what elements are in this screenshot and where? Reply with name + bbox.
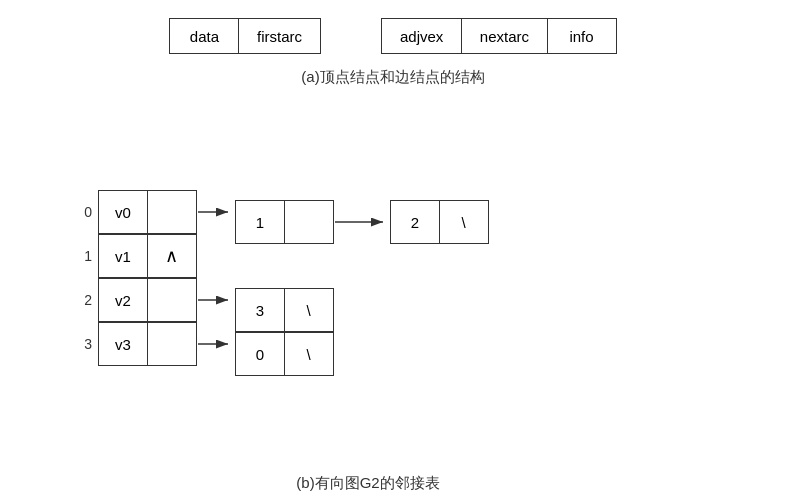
arc0b-nextarc: \ bbox=[439, 200, 489, 244]
section-b: 0 v0 1 v1 ∧ 2 v2 3 v3 1 2 \ bbox=[0, 170, 786, 503]
firstarc-cell: firstarc bbox=[238, 18, 321, 54]
vertex-row-1: 1 v1 ∧ bbox=[70, 234, 197, 278]
index-3: 3 bbox=[70, 336, 92, 352]
v1-cell: v1 bbox=[98, 234, 148, 278]
v1-ptr: ∧ bbox=[147, 234, 197, 278]
adjvex-cell: adjvex bbox=[381, 18, 462, 54]
arc-node-0a: 1 bbox=[235, 200, 334, 244]
arc-node-0b: 2 \ bbox=[390, 200, 489, 244]
arc-node-3a: 0 \ bbox=[235, 332, 334, 376]
vertex-list: 0 v0 1 v1 ∧ 2 v2 3 v3 bbox=[70, 190, 197, 366]
v3-cell: v3 bbox=[98, 322, 148, 366]
section-a: data firstarc adjvex nextarc info (a)顶点结… bbox=[0, 18, 786, 87]
vertex-row-2: 2 v2 bbox=[70, 278, 197, 322]
arc-node-2a: 3 \ bbox=[235, 288, 334, 332]
info-cell: info bbox=[547, 18, 617, 54]
section-b-label: (b)有向图G2的邻接表 bbox=[0, 474, 736, 493]
v3-ptr bbox=[147, 322, 197, 366]
vertex-row-0: 0 v0 bbox=[70, 190, 197, 234]
arc3a-adjvex: 0 bbox=[235, 332, 285, 376]
v2-cell: v2 bbox=[98, 278, 148, 322]
v0-cell: v0 bbox=[98, 190, 148, 234]
arc0a-adjvex: 1 bbox=[235, 200, 285, 244]
index-1: 1 bbox=[70, 248, 92, 264]
v2-ptr bbox=[147, 278, 197, 322]
nextarc-cell: nextarc bbox=[461, 18, 548, 54]
vertex-row-3: 3 v3 bbox=[70, 322, 197, 366]
arc3a-nextarc: \ bbox=[284, 332, 334, 376]
arc0a-nextarc bbox=[284, 200, 334, 244]
section-a-label: (a)顶点结点和边结点的结构 bbox=[301, 68, 484, 87]
struct-diagram: data firstarc adjvex nextarc info bbox=[169, 18, 616, 54]
arc0b-adjvex: 2 bbox=[390, 200, 440, 244]
data-cell: data bbox=[169, 18, 239, 54]
index-0: 0 bbox=[70, 204, 92, 220]
arc2a-nextarc: \ bbox=[284, 288, 334, 332]
index-2: 2 bbox=[70, 292, 92, 308]
v0-ptr bbox=[147, 190, 197, 234]
arc2a-adjvex: 3 bbox=[235, 288, 285, 332]
